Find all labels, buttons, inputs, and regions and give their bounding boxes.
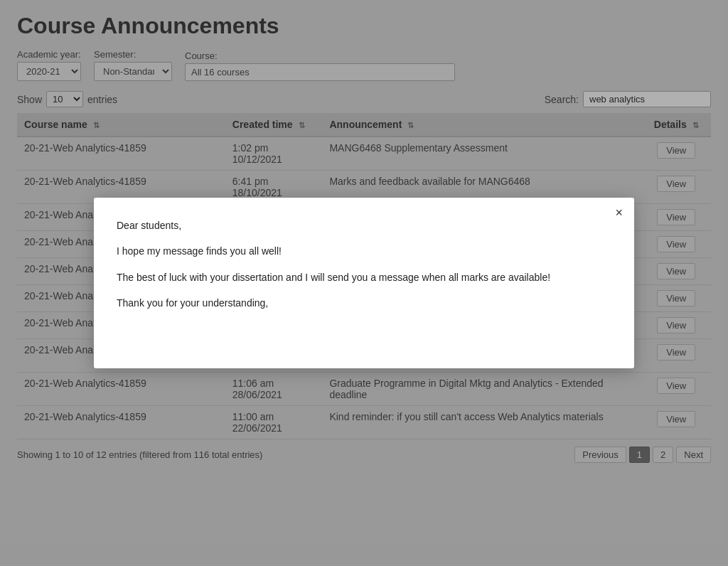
modal-body: Dear students,I hope my message finds yo… (117, 218, 611, 311)
modal-paragraph: The best of luck with your dissertation … (117, 269, 611, 285)
modal-dialog: × Dear students,I hope my message finds … (94, 198, 634, 368)
modal-paragraph: I hope my message finds you all well! (117, 243, 611, 259)
modal-paragraph: Dear students, (117, 218, 611, 233)
modal-close-button[interactable]: × (615, 206, 623, 219)
modal-paragraph: Thank you for your understanding, (117, 295, 611, 311)
page-wrapper: Course Announcements Academic year: 2020… (0, 0, 728, 566)
modal-overlay[interactable]: × Dear students,I hope my message finds … (0, 0, 728, 566)
